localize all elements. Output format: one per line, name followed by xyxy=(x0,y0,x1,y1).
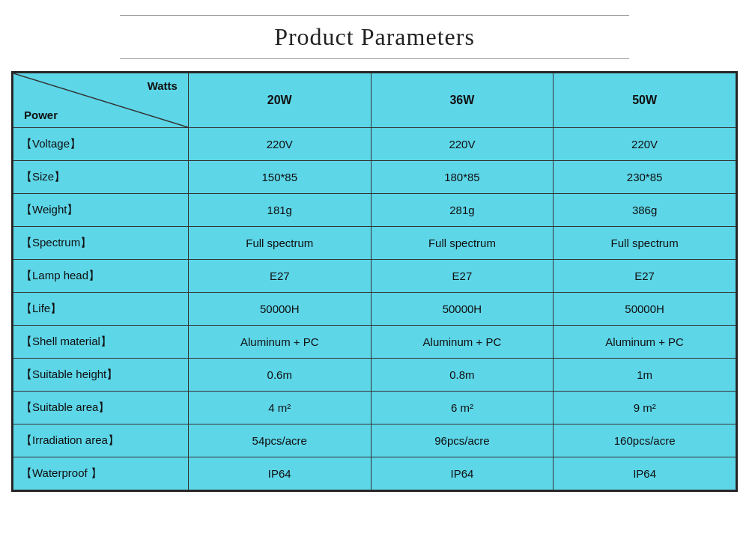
value-cell-2: 6 m² xyxy=(371,392,554,424)
value-cell-2: E27 xyxy=(371,260,554,293)
table-row: 【Lamp head】E27E27E27 xyxy=(13,260,736,293)
title-line-bottom xyxy=(120,58,629,59)
value-cell-2: 281g xyxy=(371,194,554,227)
value-cell-2: 96pcs/acre xyxy=(371,424,554,457)
value-cell-3: 1m xyxy=(554,359,736,392)
label-cell: 【Irradiation area】 xyxy=(13,424,189,457)
value-cell-3: IP64 xyxy=(554,457,736,490)
label-cell: 【Suitable area】 xyxy=(13,392,189,424)
table-row: 【Suitable area】4 m²6 m²9 m² xyxy=(13,392,736,424)
table-row: 【Spectrum】Full spectrumFull spectrumFull… xyxy=(13,227,736,260)
value-cell-2: Aluminum + PC xyxy=(371,326,554,359)
value-cell-3: 230*85 xyxy=(554,161,736,194)
table-row: 【Waterproof 】IP64IP64IP64 xyxy=(13,457,736,490)
label-cell: 【Lamp head】 xyxy=(13,260,189,293)
value-cell-2: 180*85 xyxy=(371,161,554,194)
value-cell-1: Aluminum + PC xyxy=(188,326,371,359)
header-watts-power-cell: Watts Power xyxy=(13,73,189,128)
label-cell: 【Suitable height】 xyxy=(13,359,189,392)
label-cell: 【Size】 xyxy=(13,161,189,194)
page-title: Product Parameters xyxy=(274,23,475,51)
product-table-wrapper: Watts Power 20W 36W 50W 【Voltage】220V220… xyxy=(11,71,738,492)
value-cell-1: 181g xyxy=(188,194,371,227)
value-cell-3: E27 xyxy=(554,260,736,293)
value-cell-3: 9 m² xyxy=(554,392,736,424)
value-cell-3: 220V xyxy=(554,128,736,161)
value-cell-1: 150*85 xyxy=(188,161,371,194)
title-line-top xyxy=(120,15,629,16)
header-watts-label: Watts xyxy=(148,79,178,92)
value-cell-2: 0.8m xyxy=(371,359,554,392)
value-cell-1: 54pcs/acre xyxy=(188,424,371,457)
table-row: 【Size】150*85180*85230*85 xyxy=(13,161,736,194)
label-cell: 【Shell material】 xyxy=(13,326,189,359)
label-cell: 【Life】 xyxy=(13,293,189,326)
value-cell-1: 50000H xyxy=(188,293,371,326)
value-cell-2: 50000H xyxy=(371,293,554,326)
value-cell-1: Full spectrum xyxy=(188,227,371,260)
table-row: 【Weight】181g281g386g xyxy=(13,194,736,227)
value-cell-3: 160pcs/acre xyxy=(554,424,736,457)
value-cell-1: IP64 xyxy=(188,457,371,490)
value-cell-3: 386g xyxy=(554,194,736,227)
table-row: 【Irradiation area】54pcs/acre96pcs/acre16… xyxy=(13,424,736,457)
label-cell: 【Waterproof 】 xyxy=(13,457,189,490)
table-row: 【Voltage】220V220V220V xyxy=(13,128,736,161)
value-cell-2: Full spectrum xyxy=(371,227,554,260)
value-cell-2: 220V xyxy=(371,128,554,161)
value-cell-1: 4 m² xyxy=(188,392,371,424)
value-cell-1: E27 xyxy=(188,260,371,293)
table-row: 【Shell material】Aluminum + PCAluminum + … xyxy=(13,326,736,359)
table-row: 【Life】50000H50000H50000H xyxy=(13,293,736,326)
header-col1: 20W xyxy=(188,73,371,128)
value-cell-1: 220V xyxy=(188,128,371,161)
value-cell-3: Aluminum + PC xyxy=(554,326,736,359)
header-col2: 36W xyxy=(371,73,554,128)
product-parameters-table: Watts Power 20W 36W 50W 【Voltage】220V220… xyxy=(13,73,736,490)
table-body: 【Voltage】220V220V220V【Size】150*85180*852… xyxy=(13,128,736,490)
value-cell-3: 50000H xyxy=(554,293,736,326)
header-power-label: Power xyxy=(24,109,58,121)
title-section: Product Parameters xyxy=(11,15,738,59)
page-wrapper: Product Parameters Watts Power 20W xyxy=(0,0,749,560)
value-cell-3: Full spectrum xyxy=(554,227,736,260)
header-col3: 50W xyxy=(554,73,736,128)
value-cell-1: 0.6m xyxy=(188,359,371,392)
table-header-row: Watts Power 20W 36W 50W xyxy=(13,73,736,128)
label-cell: 【Spectrum】 xyxy=(13,227,189,260)
label-cell: 【Voltage】 xyxy=(13,128,189,161)
label-cell: 【Weight】 xyxy=(13,194,189,227)
value-cell-2: IP64 xyxy=(371,457,554,490)
table-row: 【Suitable height】0.6m0.8m1m xyxy=(13,359,736,392)
